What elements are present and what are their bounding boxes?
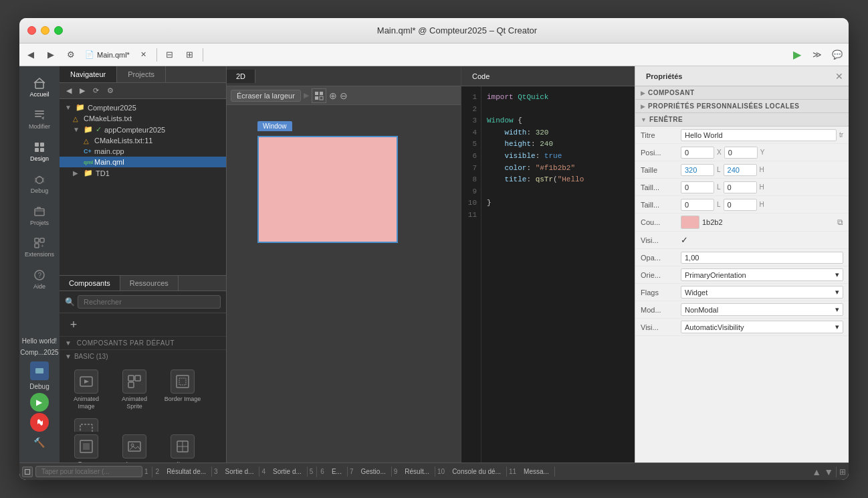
tree-item-compteur2025[interactable]: ▼ 📁 Compteur2025 <box>60 102 226 113</box>
component-search-input[interactable] <box>78 295 221 309</box>
bottom-arrow-down-icon[interactable]: ▼ <box>824 467 833 477</box>
chevron-down-icon: ▼ <box>65 104 73 111</box>
comp-item-focus[interactable]: Focus <box>64 432 109 463</box>
titre-input[interactable] <box>681 129 837 141</box>
props-row-couleur: Cou... 1b2b2 ⧉ <box>635 214 849 232</box>
debug-sidebar-icon[interactable] <box>30 361 49 380</box>
minimize-button[interactable] <box>41 26 49 35</box>
taill1-v2-input[interactable] <box>724 181 757 193</box>
zoom-out-icon[interactable]: ⊖ <box>340 90 348 101</box>
tree-item-cmakelists[interactable]: △ CMakeLists.txt <box>60 113 226 124</box>
canvas-arrow-icon[interactable]: ▶ <box>304 91 309 100</box>
tab-composants[interactable]: Composants <box>60 276 120 290</box>
back-button[interactable]: ◀ <box>22 46 39 64</box>
tree-item-cmakelists-11[interactable]: △ CMakeLists.txt:11 <box>60 135 226 146</box>
color-preview[interactable] <box>681 216 699 229</box>
taill2-v1-input[interactable] <box>681 199 714 211</box>
bottom-tab-sortie2[interactable]: Sortie d... <box>267 467 308 477</box>
props-tab-label[interactable]: Propriétés <box>641 70 687 83</box>
bottom-arrow-up-icon[interactable]: ▲ <box>812 467 821 477</box>
collapse-button[interactable]: ◀ <box>64 85 74 96</box>
maximize-button[interactable] <box>54 26 63 35</box>
visi2-select[interactable]: AutomaticVisibility ▾ <box>681 321 843 333</box>
opa-input[interactable] <box>681 252 843 264</box>
run-button[interactable]: ▶ <box>788 46 806 64</box>
sidebar-item-projects[interactable]: Projets <box>21 200 58 231</box>
more-button[interactable]: ≫ <box>808 46 826 64</box>
comp-item-image[interactable]: Image <box>112 432 157 463</box>
zoom-in-icon[interactable]: ⊕ <box>329 90 337 101</box>
window-preview-box[interactable] <box>257 136 398 243</box>
properties-panel: Propriétés ✕ ▶ COMPOSANT ▶ PROPRIÉTÉS PE… <box>635 66 849 463</box>
bottom-expand-icon[interactable]: ⊞ <box>839 467 846 477</box>
bottom-tab-console[interactable]: Console du dé... <box>447 467 507 477</box>
posi-x-input[interactable] <box>681 147 714 159</box>
props-section-custom[interactable]: ▶ PROPRIÉTÉS PERSONNALISÉES LOCALES <box>635 100 849 113</box>
props-section-composant[interactable]: ▶ COMPOSANT <box>635 86 849 100</box>
bottom-tab-sortie1[interactable]: Sortie d... <box>220 467 260 477</box>
tree-item-main-qml[interactable]: qml Main.qml <box>60 157 226 167</box>
posi-y-input[interactable] <box>724 147 758 159</box>
chat-button[interactable]: 💬 <box>829 46 846 64</box>
sidebar-item-home[interactable]: Accueil <box>21 72 58 102</box>
sidebar-item-design[interactable]: Design <box>21 136 58 167</box>
code-content[interactable]: import QtQuick Window { width: 320 heigh… <box>481 86 635 463</box>
tree-label: Compteur2025 <box>88 104 136 112</box>
close-tab-button[interactable]: ✕ <box>135 46 152 64</box>
visible-check[interactable]: ✓ <box>681 235 688 245</box>
bottom-tab-messa[interactable]: Messa... <box>518 467 555 477</box>
sidebar-item-edit[interactable]: Modifier <box>21 104 58 135</box>
sidebar-item-extensions[interactable]: + Extensions <box>21 232 58 262</box>
comp-subsection[interactable]: ▼ BASIC (13) <box>60 350 226 363</box>
mod-chevron-icon: ▾ <box>835 305 839 314</box>
bottom-search-input[interactable] <box>35 466 142 477</box>
props-section-fenetre[interactable]: ▼ FENÊTRE <box>635 113 849 127</box>
props-close-button[interactable]: ✕ <box>835 71 843 82</box>
bottom-tab-result[interactable]: Résult... <box>399 467 435 477</box>
forward-button[interactable]: ▶ <box>42 46 60 64</box>
tree-item-td1[interactable]: ▶ 📁 TD1 <box>60 167 226 179</box>
close-button[interactable] <box>27 26 36 35</box>
comp-item-animated-image[interactable]: Animated Image <box>64 367 109 413</box>
run-stop-button[interactable] <box>30 413 49 432</box>
opa-label: Opa... <box>641 254 681 262</box>
comp-item-drop-area[interactable]: Drop Area <box>64 416 109 432</box>
taille-h-input[interactable] <box>724 164 757 176</box>
add-component-button[interactable]: + <box>65 316 82 333</box>
taill1-v1-input[interactable] <box>681 181 714 193</box>
code-tab[interactable]: Code <box>467 70 495 83</box>
tab-navigateur[interactable]: Navigateur <box>60 66 117 82</box>
expand-button[interactable]: ▶ <box>77 85 88 96</box>
layout-button[interactable]: ⊞ <box>181 46 199 64</box>
comp-item-border-image[interactable]: Border Image <box>160 367 205 413</box>
flags-label: Flags <box>641 288 681 297</box>
fit-width-button[interactable]: Écraser la largeur <box>231 90 301 102</box>
split-button[interactable]: ⊟ <box>161 46 179 64</box>
sidebar-item-help[interactable]: ? Aide <box>21 264 58 295</box>
comp-item-item[interactable]: Item <box>160 432 205 463</box>
run-play-button[interactable]: ▶ <box>30 393 49 412</box>
tab-ressources[interactable]: Ressources <box>120 276 179 290</box>
tr-button[interactable]: tr <box>839 131 843 139</box>
qml-window-preview: Window <box>257 136 398 243</box>
tab-projects[interactable]: Projects <box>117 66 166 82</box>
bottom-tab-e[interactable]: E... <box>326 467 348 477</box>
bottom-tab-gestio[interactable]: Gestio... <box>356 467 392 477</box>
flags-select[interactable]: Widget ▾ <box>681 286 843 299</box>
filter-button[interactable]: ⚙ <box>104 85 116 96</box>
mod-select[interactable]: NonModal ▾ <box>681 303 843 316</box>
tree-item-appcompteur[interactable]: ▼ 📁 ✓ appCompteur2025 <box>60 124 226 135</box>
taill2-v2-input[interactable] <box>724 199 757 211</box>
comp-item-animated-sprite[interactable]: Animated Sprite <box>112 367 157 413</box>
sync-button[interactable]: ⟳ <box>90 85 102 96</box>
orie-select[interactable]: PrimaryOrientation ▾ <box>681 268 843 281</box>
snap-button[interactable] <box>312 88 326 103</box>
bottom-tab-resultat[interactable]: Résultat de... <box>161 467 212 477</box>
tab-2d[interactable]: 2D <box>227 70 255 83</box>
build-button[interactable]: 🔨 <box>30 433 49 452</box>
taille-w-input[interactable] <box>681 164 714 176</box>
options-button[interactable]: ⚙ <box>62 46 80 64</box>
color-copy-button[interactable]: ⧉ <box>837 218 843 227</box>
tree-item-main-cpp[interactable]: C+ main.cpp <box>60 146 226 157</box>
sidebar-item-debug[interactable]: Debug <box>21 168 58 199</box>
